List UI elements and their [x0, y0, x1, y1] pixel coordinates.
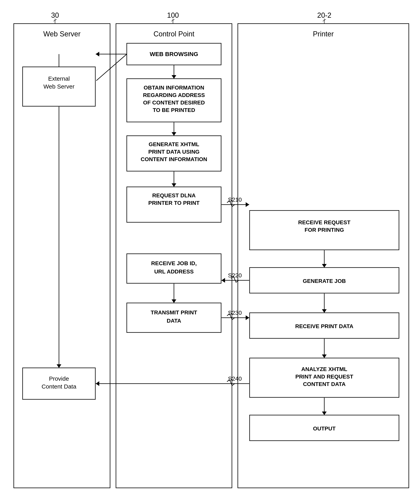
svg-text:CONTENT DATA: CONTENT DATA [303, 381, 346, 387]
svg-text:ANALYZE XHTML: ANALYZE XHTML [301, 366, 347, 372]
svg-text:Web Server: Web Server [43, 83, 75, 90]
s210-label: S210 [228, 196, 242, 203]
svg-marker-39 [96, 52, 99, 56]
svg-text:PRINTER TO PRINT: PRINTER TO PRINT [148, 200, 200, 206]
svg-marker-33 [172, 132, 176, 136]
svg-text:CONTENT INFORMATION: CONTENT INFORMATION [141, 156, 207, 162]
s220-label: S220 [228, 272, 242, 279]
svg-text:Provide: Provide [49, 375, 69, 382]
svg-marker-52 [246, 315, 249, 320]
svg-marker-56 [96, 381, 99, 386]
ref-30: 30 [51, 11, 59, 19]
svg-text:REQUEST DLNA: REQUEST DLNA [152, 192, 196, 198]
ref-100: 100 [167, 11, 179, 19]
svg-text:PRINT AND REQUEST: PRINT AND REQUEST [295, 374, 353, 380]
svg-text:FOR PRINTING: FOR PRINTING [305, 227, 344, 233]
svg-text:TO BE PRINTED: TO BE PRINTED [153, 107, 195, 113]
svg-text:RECEIVE PRINT DATA: RECEIVE PRINT DATA [295, 323, 353, 329]
svg-text:OF CONTENT DESIRED: OF CONTENT DESIRED [143, 100, 205, 106]
printer-label: Printer [313, 30, 334, 38]
svg-marker-44 [322, 264, 327, 268]
svg-marker-54 [322, 354, 327, 358]
svg-text:GENERATE XHTML: GENERATE XHTML [149, 141, 199, 147]
s230-label: S230 [228, 309, 242, 316]
svg-marker-58 [322, 412, 327, 415]
svg-text:URL ADDRESS: URL ADDRESS [154, 269, 194, 275]
svg-marker-46 [222, 278, 225, 283]
web-browsing-text: WEB BROWSING [150, 51, 198, 57]
svg-marker-50 [322, 309, 327, 313]
svg-text:GENERATE JOB: GENERATE JOB [303, 278, 346, 284]
svg-text:RECEIVE JOB ID,: RECEIVE JOB ID, [151, 260, 197, 266]
svg-marker-31 [172, 75, 176, 79]
svg-text:Content Data: Content Data [42, 383, 76, 390]
svg-marker-35 [172, 183, 176, 187]
svg-text:RECEIVE REQUEST: RECEIVE REQUEST [298, 219, 350, 225]
svg-text:TRANSMIT PRINT: TRANSMIT PRINT [151, 309, 197, 316]
svg-marker-48 [172, 300, 176, 303]
s240-label: S240 [228, 375, 242, 382]
external-web-server-text: External [48, 75, 70, 82]
svg-text:DATA: DATA [167, 318, 181, 324]
svg-marker-42 [246, 202, 249, 207]
svg-text:OBTAIN INFORMATION: OBTAIN INFORMATION [144, 84, 204, 91]
svg-text:OUTPUT: OUTPUT [313, 426, 335, 432]
svg-marker-60 [57, 364, 61, 368]
ref-20-2: 20-2 [317, 11, 331, 19]
web-server-label: Web Server [43, 30, 80, 38]
svg-line-36 [96, 54, 127, 81]
svg-text:PRINT DATA USING: PRINT DATA USING [148, 149, 200, 155]
control-point-label: Control Point [153, 30, 194, 38]
svg-text:REGARDING ADDRESS: REGARDING ADDRESS [143, 92, 205, 98]
